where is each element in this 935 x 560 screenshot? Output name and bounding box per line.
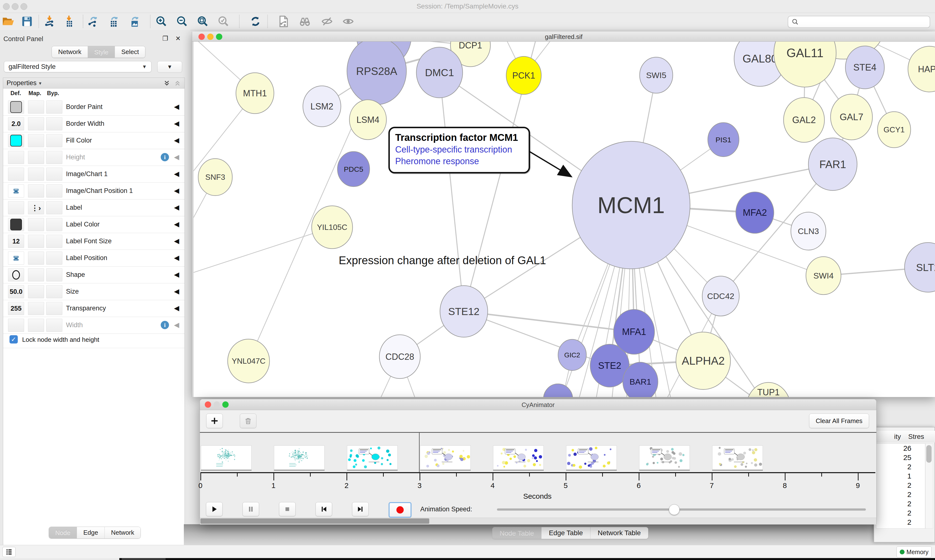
table-column-header-stress[interactable]: Stres	[901, 431, 935, 443]
expand-property-icon[interactable]: ◀	[174, 254, 179, 262]
mapping-cell[interactable]	[28, 268, 44, 282]
property-row[interactable]: Label Position◀	[3, 250, 185, 267]
default-value-cell[interactable]	[8, 100, 24, 114]
tab-edge[interactable]: Edge	[77, 527, 105, 538]
tab-select[interactable]: Select	[115, 46, 145, 58]
network-node-ste12[interactable]: STE12	[440, 286, 488, 337]
network-node-mcm1[interactable]: MCM1	[572, 142, 690, 269]
export-image-icon[interactable]	[128, 15, 141, 28]
tab-node[interactable]: Node	[49, 527, 77, 538]
frame-thumbnail-7[interactable]	[712, 445, 763, 470]
network-node-cdc42[interactable]: CDC42	[702, 276, 739, 316]
expand-property-icon[interactable]: ◀	[174, 271, 179, 278]
mapping-cell[interactable]	[28, 117, 44, 131]
network-node-mfa1[interactable]: MFA1	[614, 309, 654, 354]
frame-thumbnail-1[interactable]	[274, 445, 325, 470]
hide-graphics-details-icon[interactable]	[321, 15, 333, 28]
zoom-out-icon[interactable]	[176, 15, 189, 28]
network-node-gal7[interactable]: GAL7	[830, 94, 872, 140]
play-button[interactable]	[206, 502, 222, 516]
expand-property-icon[interactable]: ◀	[174, 287, 179, 295]
task-history-button[interactable]	[2, 547, 15, 557]
annotation-link-2[interactable]: Pheromone response	[395, 156, 526, 166]
tab-network-table[interactable]: Network Table	[591, 527, 648, 539]
refresh-layout-icon[interactable]	[249, 15, 262, 28]
default-value-cell[interactable]	[8, 168, 24, 181]
expand-property-icon[interactable]: ◀	[174, 136, 179, 144]
bypass-cell[interactable]	[46, 201, 62, 214]
annotation-link-1[interactable]: Cell-type-specific transcription	[395, 145, 526, 155]
table-column-header-centrality[interactable]: ity	[876, 431, 904, 443]
export-network-icon[interactable]	[87, 15, 100, 28]
style-selector[interactable]: galFiltered Style ▼	[4, 61, 151, 72]
table-row[interactable]: 2	[876, 499, 925, 508]
bypass-cell[interactable]	[46, 100, 62, 114]
delete-frame-button[interactable]	[240, 414, 256, 428]
memory-button[interactable]: Memory	[896, 546, 932, 558]
default-value-cell[interactable]	[8, 151, 24, 164]
bypass-cell[interactable]	[46, 218, 62, 231]
network-node-dmc1[interactable]: DMC1	[417, 47, 463, 98]
network-window-titlebar[interactable]: galFiltered.sif	[192, 32, 935, 42]
pause-button[interactable]	[242, 502, 259, 516]
property-row[interactable]: 2.0Border Width◀	[3, 115, 185, 132]
import-network-icon[interactable]	[43, 15, 56, 28]
mapping-cell[interactable]	[28, 319, 44, 332]
bypass-cell[interactable]	[46, 268, 62, 282]
expand-property-icon[interactable]: ◀	[174, 120, 179, 128]
network-node-n37[interactable]	[543, 384, 573, 397]
lock-size-checkbox[interactable]: ✓	[9, 335, 18, 343]
table-row[interactable]: 2	[876, 518, 925, 527]
info-icon[interactable]: i	[161, 153, 169, 161]
network-document-icon[interactable]	[277, 15, 290, 28]
timeline-playhead[interactable]	[419, 433, 420, 473]
mapping-cell[interactable]	[28, 285, 44, 298]
import-table-icon[interactable]	[62, 15, 76, 28]
expand-property-icon[interactable]: ◀	[174, 220, 179, 228]
table-row[interactable]: 2	[876, 508, 925, 518]
bypass-cell[interactable]	[46, 134, 62, 147]
close-panel-icon[interactable]: ✕	[175, 35, 181, 42]
add-frame-button[interactable]	[206, 414, 223, 428]
network-node-pck1[interactable]: PCK1	[506, 57, 541, 94]
mapping-cell[interactable]	[28, 151, 44, 164]
default-value-cell[interactable]	[8, 252, 24, 265]
mapping-cell[interactable]	[28, 100, 44, 114]
frame-thumbnail-2[interactable]	[347, 445, 398, 470]
mapping-cell[interactable]	[28, 185, 44, 197]
search-box[interactable]	[788, 16, 930, 28]
mapping-cell[interactable]	[28, 134, 44, 147]
default-value-cell[interactable]: 50.0	[8, 285, 24, 298]
mapping-cell[interactable]	[28, 235, 44, 248]
show-graphics-details-icon[interactable]	[342, 15, 355, 28]
property-row[interactable]: Image/Chart 1◀	[3, 166, 185, 183]
binoculars-icon[interactable]	[298, 15, 312, 28]
property-row[interactable]: Fill Color◀	[3, 132, 185, 149]
network-node-gal11[interactable]: GAL11	[774, 42, 836, 87]
default-value-cell[interactable]	[8, 319, 24, 332]
zoom-fit-icon[interactable]	[196, 15, 210, 28]
bypass-cell[interactable]	[46, 285, 62, 298]
frame-thumbnail-5[interactable]	[566, 445, 617, 470]
mapping-cell[interactable]	[28, 218, 44, 231]
stop-button[interactable]	[279, 502, 296, 516]
table-row[interactable]: 25	[876, 453, 925, 462]
next-frame-button[interactable]	[352, 502, 369, 516]
tab-network-bottom[interactable]: Network	[105, 527, 140, 538]
default-value-cell[interactable]	[8, 268, 24, 282]
network-node-far1[interactable]: FAR1	[808, 138, 857, 191]
network-node-gcy1[interactable]: GCY1	[878, 112, 911, 148]
bypass-cell[interactable]	[46, 117, 62, 131]
zoom-selected-icon[interactable]	[217, 15, 230, 28]
network-node-pis1[interactable]: PIS1	[708, 123, 739, 157]
network-node-swi5[interactable]: SWI5	[640, 57, 673, 93]
record-button[interactable]	[389, 502, 412, 518]
property-row[interactable]: Heighti◀	[3, 149, 185, 166]
expand-property-icon[interactable]: ◀	[174, 153, 179, 161]
table-row[interactable]: 2	[876, 481, 925, 490]
network-node-hap2[interactable]: HAP2	[908, 46, 935, 92]
search-input[interactable]	[799, 18, 922, 26]
bypass-cell[interactable]	[46, 302, 62, 315]
mapping-cell[interactable]	[28, 302, 44, 315]
tab-network[interactable]: Network	[52, 46, 88, 58]
